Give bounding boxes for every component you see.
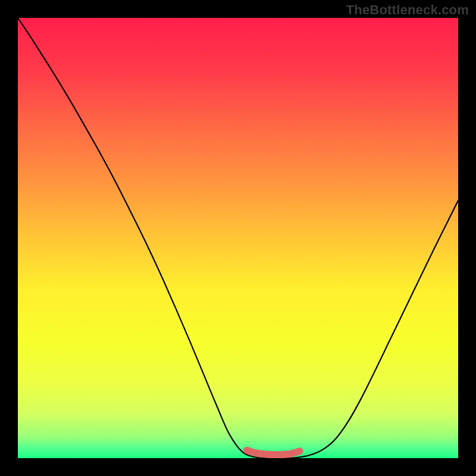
plot-area	[18, 18, 458, 458]
chart-frame: TheBottleneck.com	[0, 0, 476, 476]
watermark-text: TheBottleneck.com	[346, 2, 469, 18]
gradient-background	[18, 18, 458, 458]
chart-svg	[18, 18, 458, 458]
